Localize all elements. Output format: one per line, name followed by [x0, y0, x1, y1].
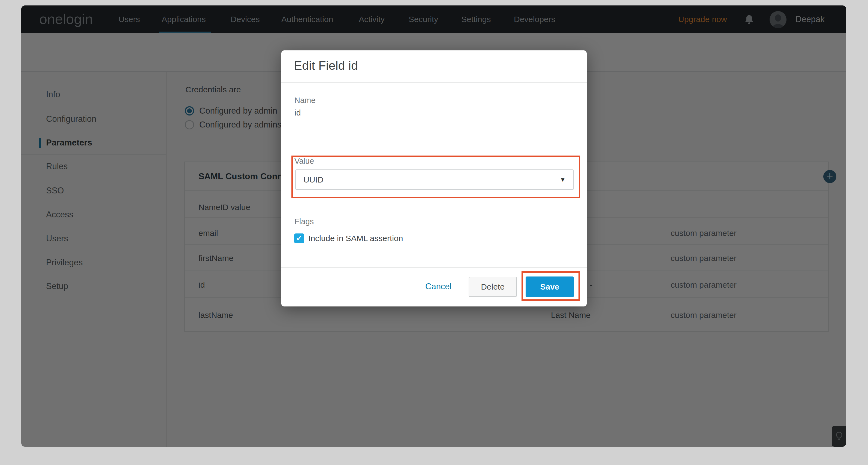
modal-title: Edit Field id	[294, 59, 358, 73]
name-label: Name	[294, 96, 315, 105]
caret-down-icon: ▼	[560, 176, 566, 183]
name-value: id	[294, 108, 301, 118]
cancel-button[interactable]: Cancel	[425, 282, 452, 292]
modal-header-divider	[281, 82, 587, 83]
value-dropdown-selected: UUID	[303, 175, 323, 185]
include-saml-label[interactable]: Include in SAML assertion	[308, 233, 403, 244]
edit-field-modal: Edit Field id Name id Value UUID ▼ Flags…	[281, 51, 587, 306]
app-window: onelogin Users Applications Devices Auth…	[21, 5, 846, 447]
include-saml-checkbox[interactable]: ✓	[294, 233, 304, 243]
modal-footer-divider	[281, 267, 587, 268]
check-icon: ✓	[296, 234, 302, 242]
flags-label: Flags	[294, 217, 314, 226]
delete-button[interactable]: Delete	[469, 277, 517, 297]
value-label: Value	[294, 157, 314, 166]
value-dropdown[interactable]: UUID ▼	[295, 169, 574, 190]
modal-save-button[interactable]: Save	[526, 276, 574, 297]
